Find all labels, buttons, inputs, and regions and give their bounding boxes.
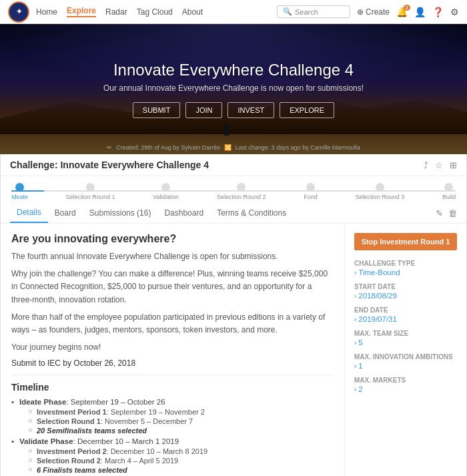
hero-meta: ✏ Created: 29th of Aug by Sylvain Darrès… — [107, 144, 360, 151]
body-text-1: The fourth annual Innovate Everywhere Ch… — [11, 250, 334, 263]
right-column: Stop Investment Round 1 Challenge Type ›… — [345, 224, 466, 476]
max-team-value[interactable]: › 5 — [354, 338, 457, 346]
challenge-header: Challenge: Innovate Everywhere Challenge… — [1, 154, 466, 176]
user-icon[interactable]: 👤 — [414, 7, 426, 17]
challenge-icons: ⤴ ☆ ⊞ — [424, 160, 457, 170]
body-text-2: Why join the challenge? You can make a d… — [11, 268, 334, 306]
hero-buttons: SUBMIT JOIN INVEST EXPLORE — [133, 102, 334, 118]
nav-right: 🔍 Search ⊕ Create 🔔 3 👤 ❓ ⚙ — [277, 5, 459, 18]
tab-details[interactable]: Details — [10, 203, 48, 223]
start-date-value[interactable]: › 2018/08/29 — [354, 292, 457, 300]
max-market-section: Max. Markets › 2 — [354, 377, 457, 393]
tab-actions: ✎ 🗑 — [436, 208, 457, 218]
help-icon[interactable]: ❓ — [432, 7, 444, 17]
chevron-market-icon: › — [354, 386, 356, 393]
progress-stages: Ideate Selection Round 1 Validation Sele… — [11, 183, 456, 200]
stage-sr1: Selection Round 1 — [66, 183, 115, 200]
hero-title: Innovate Everywhere Challenge 4 — [113, 61, 354, 79]
start-date-label: Start date — [354, 283, 457, 290]
chevron-team-icon: › — [354, 339, 356, 346]
tab-dashboard[interactable]: Dashboard — [157, 204, 210, 222]
edit-icon[interactable]: ✎ — [436, 208, 443, 218]
stage-build: Build — [442, 183, 456, 200]
chevron-start-icon: › — [354, 292, 356, 300]
main-content: Are you innovating everywhere? The fourt… — [1, 224, 466, 476]
body-text-4: Your journey begins now! — [11, 341, 334, 354]
challenge-type-value[interactable]: › Time-Bound — [354, 268, 457, 276]
left-column: Are you innovating everywhere? The fourt… — [1, 224, 345, 476]
nav-explore[interactable]: Explore — [67, 6, 96, 17]
max-innov-value[interactable]: › 1 — [354, 362, 457, 370]
stage-ideate: Ideate — [11, 183, 28, 200]
tab-submissions[interactable]: Submissions (16) — [83, 204, 158, 222]
timeline-validate: • Validate Phase: December 10 – March 1 … — [11, 437, 334, 474]
stage-sr2: Selection Round 2 — [217, 183, 266, 200]
star-icon[interactable]: ☆ — [435, 160, 443, 170]
challenge-type-label: Challenge Type — [354, 260, 457, 267]
max-innov-label: Max. Innovation Ambitions — [354, 353, 457, 361]
invest-button[interactable]: INVEST — [227, 102, 274, 118]
delete-icon[interactable]: 🗑 — [448, 208, 457, 218]
top-nav: ✦ Home Explore Radar Tag Cloud About 🔍 S… — [0, 0, 467, 24]
chevron-type-icon: › — [354, 269, 356, 276]
nav-radar[interactable]: Radar — [105, 7, 127, 17]
timeline-heading: Timeline — [11, 382, 334, 393]
tab-terms[interactable]: Terms & Conditions — [210, 204, 293, 222]
timeline-list: • Ideate Phase: September 19 – October 2… — [11, 398, 334, 476]
max-market-value[interactable]: › 2 — [354, 385, 457, 393]
challenge-panel: Challenge: Innovate Everywhere Challenge… — [0, 154, 467, 476]
max-team-section: Max. team size › 5 — [354, 330, 457, 346]
max-market-label: Max. Markets — [354, 377, 457, 384]
nav-about[interactable]: About — [182, 7, 203, 17]
end-date-label: End date — [354, 306, 457, 314]
stage-validation: Validation — [153, 183, 179, 200]
divider — [11, 375, 334, 375]
explore-button[interactable]: EXPLORE — [280, 102, 334, 118]
challenge-title: Challenge: Innovate Everywhere Challenge… — [10, 160, 209, 170]
tabs: Details Board Submissions (16) Dashboard… — [1, 203, 466, 224]
hero-subtitle: Our annual Innovate Everywhere Challenge… — [103, 83, 364, 93]
challenge-type-section: Challenge Type › Time-Bound — [354, 260, 457, 276]
share-icon[interactable]: ⤴ — [424, 160, 428, 170]
max-innov-section: Max. Innovation Ambitions › 1 — [354, 353, 457, 370]
timeline-ideate: • Ideate Phase: September 19 – October 2… — [11, 398, 334, 435]
max-team-label: Max. team size — [354, 330, 457, 337]
settings-icon[interactable]: ⚙ — [450, 7, 459, 17]
search-icon: 🔍 — [283, 7, 292, 16]
details-heading: Are you innovating everywhere? — [11, 233, 334, 245]
grid-icon[interactable]: ⊞ — [450, 160, 457, 170]
create-button[interactable]: ⊕ Create — [357, 7, 390, 17]
end-date-value[interactable]: › 2019/07/31 — [354, 315, 457, 323]
bell-icon[interactable]: 🔔 3 — [396, 7, 408, 17]
body-text-3: More than half of the employee populatio… — [11, 311, 334, 336]
stage-sr3: Selection Round 3 — [356, 183, 405, 200]
start-date-section: Start date › 2018/08/29 — [354, 283, 457, 300]
tab-board[interactable]: Board — [48, 204, 83, 222]
search-box[interactable]: 🔍 Search — [277, 5, 350, 18]
join-button[interactable]: JOIN — [185, 102, 222, 118]
nav-links: Home Explore Radar Tag Cloud About — [36, 6, 203, 17]
nav-home[interactable]: Home — [36, 7, 57, 17]
stop-investment-button[interactable]: Stop Investment Round 1 — [354, 233, 457, 250]
progress-stages-container: Ideate Selection Round 1 Validation Sele… — [1, 176, 466, 203]
nav-logo: ✦ — [8, 1, 29, 23]
submit-button[interactable]: SUBMIT — [133, 102, 181, 118]
submit-text: Submit to IEC by October 26, 2018 — [11, 359, 334, 368]
plus-icon: ⊕ — [357, 7, 364, 17]
chevron-innov-icon: › — [354, 363, 356, 370]
chevron-end-icon: › — [354, 316, 356, 323]
end-date-section: End date › 2019/07/31 — [354, 306, 457, 323]
nav-tagcloud[interactable]: Tag Cloud — [137, 7, 173, 17]
stage-fund: Fund — [304, 183, 318, 200]
hero: Innovate Everywhere Challenge 4 Our annu… — [0, 24, 467, 154]
